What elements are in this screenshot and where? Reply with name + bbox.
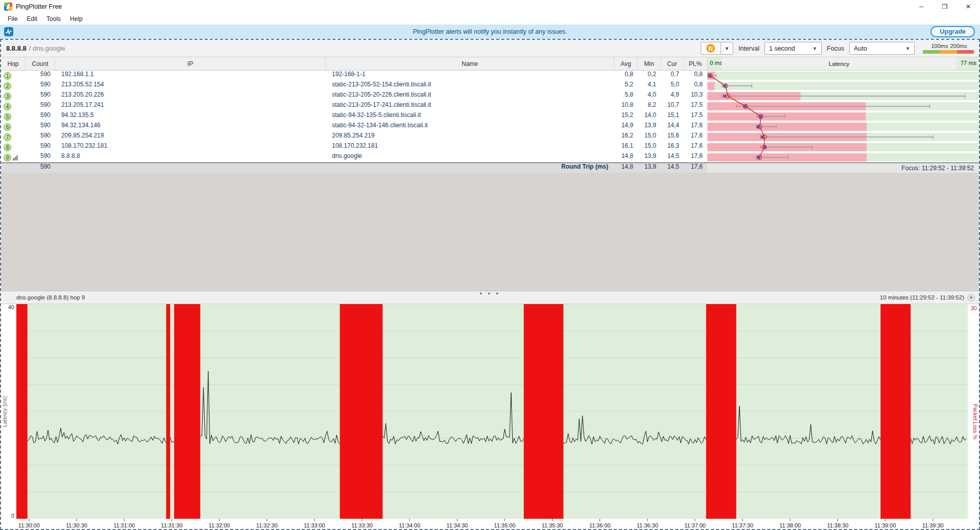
latency-scale-max: 77 ms xyxy=(961,60,976,66)
splitter-handle[interactable]: ● ● ● xyxy=(480,291,500,295)
summary-label: Round Trip (ms) xyxy=(326,163,614,173)
cell-cur: 0,7 xyxy=(661,71,684,81)
cell-min: 15,0 xyxy=(638,132,661,142)
cell-avg: 14,9 xyxy=(614,122,638,132)
cell-min: 13,9 xyxy=(638,152,661,163)
pingplotter-alert-icon xyxy=(4,27,13,36)
pause-button[interactable] xyxy=(701,42,721,55)
column-header-cur[interactable]: Cur xyxy=(661,57,684,70)
svg-text:0: 0 xyxy=(11,513,14,519)
cell-count: 590 xyxy=(26,81,55,91)
interval-label: Interval xyxy=(738,45,759,52)
column-header-avg[interactable]: Avg xyxy=(614,57,638,70)
cell-pl: 17,6 xyxy=(684,142,707,152)
cell-pl: 10,3 xyxy=(684,91,707,101)
cell-name: 108.170.232.181 xyxy=(326,142,614,152)
cell-cur: 5,0 xyxy=(661,81,684,91)
cell-min: 15,0 xyxy=(638,142,661,152)
target-hostname: / dns.google xyxy=(29,44,65,52)
cell-count: 590 xyxy=(26,122,55,132)
timeline-chart[interactable]: 4003011:30:0011:30:3011:31:0011:31:3011:… xyxy=(1,304,979,529)
svg-text:30: 30 xyxy=(971,305,977,311)
svg-text:11:39:30: 11:39:30 xyxy=(922,522,944,528)
chevron-down-icon: ▼ xyxy=(808,46,821,51)
cell-pl: 0,8 xyxy=(684,81,707,91)
svg-text:11:38:00: 11:38:00 xyxy=(779,522,801,528)
svg-text:11:30:30: 11:30:30 xyxy=(66,522,87,528)
cell-avg: 16,1 xyxy=(614,142,638,152)
hop-badge: 7 xyxy=(4,133,11,141)
cell-cur: 10,7 xyxy=(661,101,684,111)
cell-ip: 94.32.135.5 xyxy=(55,111,326,122)
cell-min: 8,2 xyxy=(638,101,661,111)
cell-count: 590 xyxy=(26,71,55,81)
focus-value: Auto xyxy=(854,45,867,52)
cell-avg: 10,8 xyxy=(614,101,638,111)
cell-pl: 17,5 xyxy=(684,101,707,111)
cell-count: 590 xyxy=(26,132,55,142)
latency-mini-chart xyxy=(707,71,979,163)
cell-pl: 17,6 xyxy=(684,122,707,132)
column-header-hop[interactable]: Hop xyxy=(1,57,26,70)
pause-icon xyxy=(706,44,715,53)
latency-column-header[interactable]: 0 ms Latency 77 ms xyxy=(707,57,979,70)
svg-text:11:35:30: 11:35:30 xyxy=(541,522,563,528)
menu-item-tools[interactable]: Tools xyxy=(42,14,65,24)
cell-ip: 213.205.17.241 xyxy=(55,101,326,111)
cell-min: 13,9 xyxy=(638,122,661,132)
menu-item-file[interactable]: File xyxy=(3,14,22,24)
restore-button[interactable]: ❐ xyxy=(933,0,957,13)
timeline-range-dropdown[interactable]: ▼ xyxy=(967,294,975,302)
minimize-button[interactable]: ─ xyxy=(910,0,933,13)
cell-name: static-213-205-17-241.clienti.tiscali.it xyxy=(326,101,614,111)
column-header-ip[interactable]: IP xyxy=(55,57,326,70)
upgrade-button[interactable]: Upgrade xyxy=(930,26,975,37)
cell-min: 4,1 xyxy=(638,81,661,91)
menu-item-help[interactable]: Help xyxy=(65,14,87,24)
hop-badge: 9 xyxy=(4,154,11,162)
svg-text:11:31:30: 11:31:30 xyxy=(161,522,182,528)
timeline-range-label: 10 minutes (11:29:52 - 11:39:52) xyxy=(880,294,967,301)
column-header-count[interactable]: Count xyxy=(26,57,55,70)
svg-text:11:31:00: 11:31:00 xyxy=(113,522,135,528)
svg-text:11:36:30: 11:36:30 xyxy=(637,522,658,528)
svg-text:11:34:30: 11:34:30 xyxy=(446,522,468,528)
interval-select[interactable]: 1 second ▼ xyxy=(764,42,822,55)
svg-text:11:32:30: 11:32:30 xyxy=(256,522,278,528)
hop-badge: 5 xyxy=(4,113,11,121)
summary-pl: 17,6 xyxy=(684,163,707,173)
legend-gradient-bar xyxy=(923,50,974,54)
menu-item-edit[interactable]: Edit xyxy=(22,14,42,24)
cell-pl: 17,6 xyxy=(684,152,707,163)
cell-avg: 16,2 xyxy=(614,132,638,142)
cell-name: dns.google xyxy=(326,152,614,163)
cell-name: static-94-32-134-146.clienti.tiscali.it xyxy=(326,122,614,132)
cell-name: 209.85.254.219 xyxy=(326,132,614,142)
column-header-pl[interactable]: PL% xyxy=(684,57,707,70)
summary-count: 590 xyxy=(26,163,55,173)
column-header-name[interactable]: Name xyxy=(326,57,614,70)
alert-message: PingPlotter alerts will notify you insta… xyxy=(0,28,980,35)
cell-count: 590 xyxy=(26,111,55,122)
latency-header-tab: Latency xyxy=(722,57,957,70)
table-header: HopCountIPNameAvgMinCurPL% 0 ms Latency … xyxy=(1,57,979,71)
target-bar: 8.8.8.8 / dns.google ▼ Interval 1 second… xyxy=(1,40,979,57)
workspace: 8.8.8.8 / dns.google ▼ Interval 1 second… xyxy=(0,39,980,530)
pause-dropdown-arrow[interactable]: ▼ xyxy=(721,42,733,55)
cell-ip: 213.205.52.154 xyxy=(55,81,326,91)
cell-min: 0,2 xyxy=(638,71,661,81)
svg-text:40: 40 xyxy=(8,304,14,310)
legend-100ms-label: 100ms xyxy=(931,43,948,49)
cell-count: 590 xyxy=(26,142,55,152)
close-button[interactable]: ✕ xyxy=(957,0,980,13)
app-icon xyxy=(4,3,12,11)
focus-select[interactable]: Auto ▼ xyxy=(849,42,915,55)
cell-ip: 94.32.134.146 xyxy=(55,122,326,132)
svg-text:11:33:30: 11:33:30 xyxy=(351,522,373,528)
column-header-min[interactable]: Min xyxy=(638,57,661,70)
svg-text:11:38:30: 11:38:30 xyxy=(827,522,848,528)
cell-min: 14,0 xyxy=(638,111,661,122)
cell-ip: 209.85.254.219 xyxy=(55,132,326,142)
svg-text:11:30:00: 11:30:00 xyxy=(18,522,40,528)
cell-cur: 14,4 xyxy=(661,122,684,132)
